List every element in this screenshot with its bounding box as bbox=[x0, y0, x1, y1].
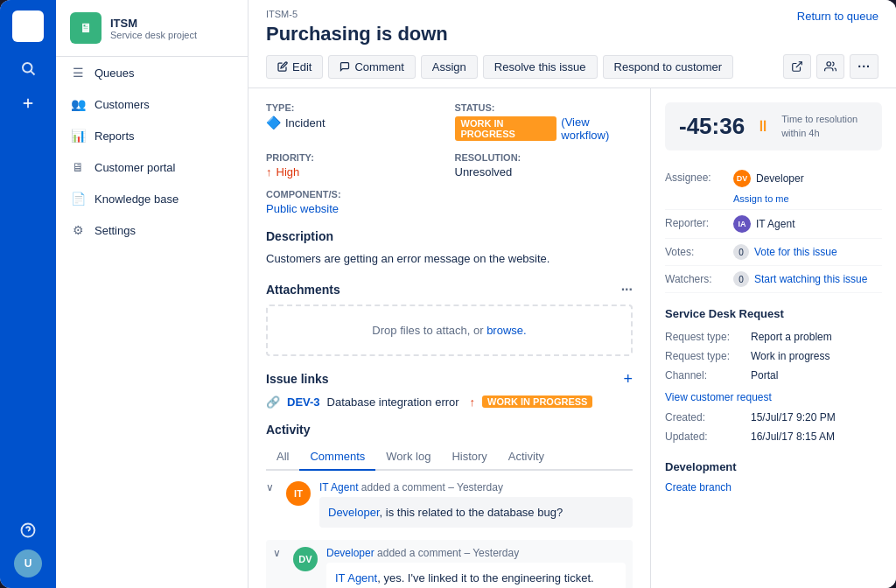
browse-link[interactable]: browse. bbox=[486, 324, 527, 337]
description-text: Customers are getting an error message o… bbox=[266, 250, 633, 268]
app-logo[interactable] bbox=[12, 10, 44, 42]
sidebar: U bbox=[0, 0, 56, 588]
attachments-dropzone[interactable]: Drop files to attach, or browse. bbox=[266, 304, 633, 356]
sidebar-item-portal[interactable]: 🖥 Customer portal bbox=[56, 151, 248, 183]
tab-comments[interactable]: Comments bbox=[299, 444, 375, 471]
vote-link[interactable]: Vote for this issue bbox=[754, 246, 837, 258]
tab-worklog[interactable]: Work log bbox=[375, 444, 441, 471]
linked-issue-label: Database integration error bbox=[327, 396, 459, 409]
add-icon[interactable] bbox=[12, 88, 44, 119]
description-title: Description bbox=[266, 229, 633, 243]
tab-all[interactable]: All bbox=[266, 444, 299, 471]
sidebar-item-label: Reports bbox=[94, 130, 135, 143]
comment-avatar-1: IT bbox=[286, 481, 311, 506]
breadcrumb: ITSM-5 bbox=[266, 9, 298, 19]
sdr-row-1: Request type: Work in progress bbox=[665, 346, 882, 366]
watch-link[interactable]: Start watching this issue bbox=[754, 273, 867, 285]
linked-issue-id[interactable]: DEV-3 bbox=[287, 396, 320, 409]
view-customer-request-link[interactable]: View customer request bbox=[665, 391, 772, 403]
view-workflow-link[interactable]: (View workflow) bbox=[561, 116, 633, 142]
development-title: Development bbox=[665, 460, 882, 473]
timer-label: Time to resolutionwithin 4h bbox=[781, 113, 858, 140]
issue-sidebar: -45:36 ⏸ Time to resolutionwithin 4h Ass… bbox=[651, 88, 896, 588]
type-field: Type: 🔷 Incident bbox=[266, 102, 444, 142]
search-icon[interactable] bbox=[12, 52, 44, 84]
comment-author-2[interactable]: Developer bbox=[326, 547, 374, 559]
tab-history[interactable]: History bbox=[441, 444, 497, 471]
type-icon: 🔷 bbox=[266, 116, 281, 130]
add-link-icon[interactable]: + bbox=[623, 370, 633, 388]
resolution-field: Resolution: Unresolved bbox=[455, 152, 634, 178]
comment-item-2: ∨ DV Developer added a comment – Yesterd… bbox=[266, 540, 633, 588]
priority-value: High bbox=[276, 165, 300, 178]
watchers-count: 0 bbox=[733, 271, 749, 287]
comment-item: ∨ IT IT Agent added a comment – Yesterda… bbox=[266, 481, 633, 528]
assign-button[interactable]: Assign bbox=[421, 55, 478, 79]
mention-agent[interactable]: IT Agent bbox=[335, 571, 377, 584]
timer-pause-button[interactable]: ⏸ bbox=[755, 117, 771, 136]
comment-collapse-1[interactable]: ∨ bbox=[266, 481, 274, 528]
sdr-title: Service Desk Request bbox=[665, 307, 882, 320]
sidebar-item-reports[interactable]: 📊 Reports bbox=[56, 120, 248, 151]
share-button[interactable] bbox=[783, 54, 811, 79]
assignee-label: Assignee: bbox=[665, 170, 726, 184]
edit-button[interactable]: Edit bbox=[266, 55, 323, 79]
toolbar-actions: ··· bbox=[783, 54, 878, 79]
timer-section: -45:36 ⏸ Time to resolutionwithin 4h bbox=[665, 102, 882, 150]
votes-row: Votes: 0 Vote for this issue bbox=[665, 239, 882, 266]
field-grid: Type: 🔷 Incident Status: WORK IN PROGRES… bbox=[266, 102, 633, 215]
components-link[interactable]: Public website bbox=[266, 202, 339, 215]
nav-panel: 🖥 ITSM Service desk project ☰ Queues 👥 C… bbox=[56, 0, 248, 588]
sidebar-item-knowledge[interactable]: 📄 Knowledge base bbox=[56, 183, 248, 214]
return-to-queue-link[interactable]: Return to queue bbox=[797, 10, 878, 23]
components-field: Component/s: Public website bbox=[266, 189, 444, 215]
create-branch-link[interactable]: Create branch bbox=[665, 481, 732, 494]
watchers-label: Watchers: bbox=[665, 271, 726, 285]
issue-content: Type: 🔷 Incident Status: WORK IN PROGRES… bbox=[248, 88, 651, 588]
assignee-avatar: DV bbox=[733, 170, 751, 187]
main-content: ITSM-5 Return to queue Purchasing is dow… bbox=[248, 0, 896, 588]
comment-header-1: IT Agent added a comment – Yesterday bbox=[319, 481, 633, 494]
attachments-more-icon[interactable]: ··· bbox=[621, 282, 633, 298]
reporter-label: Reporter: bbox=[665, 215, 726, 229]
resolution-value: Unresolved bbox=[455, 165, 513, 178]
meta-section: Assignee: DV Developer Assign to me Repo… bbox=[665, 164, 882, 293]
status-badge: WORK IN PROGRESS bbox=[455, 116, 557, 141]
comment-text-2: IT Agent, yes. I've linked it to the eng… bbox=[326, 563, 626, 588]
resolve-button[interactable]: Resolve this issue bbox=[483, 55, 598, 79]
sdr-section: Service Desk Request Request type: Repor… bbox=[665, 307, 882, 446]
comment-collapse-2[interactable]: ∨ bbox=[273, 547, 281, 588]
attachments-title: Attachments bbox=[266, 283, 340, 297]
comment-button[interactable]: Comment bbox=[328, 55, 415, 79]
development-section: Development Create branch bbox=[665, 460, 882, 494]
feedback-button[interactable] bbox=[816, 54, 844, 79]
svg-line-1 bbox=[31, 71, 34, 74]
sidebar-item-label: Settings bbox=[94, 224, 136, 237]
comment-author-1[interactable]: IT Agent bbox=[319, 481, 358, 494]
comment-avatar-2: DV bbox=[293, 547, 318, 571]
help-icon[interactable] bbox=[12, 514, 44, 546]
user-avatar[interactable]: U bbox=[14, 550, 42, 578]
respond-button[interactable]: Respond to customer bbox=[603, 55, 734, 79]
assign-me-link[interactable]: Assign to me bbox=[733, 193, 864, 204]
svg-line-6 bbox=[796, 62, 802, 67]
sidebar-item-queues[interactable]: ☰ Queues bbox=[56, 57, 248, 88]
sidebar-item-customers[interactable]: 👥 Customers bbox=[56, 88, 248, 120]
more-button[interactable]: ··· bbox=[850, 54, 878, 79]
mention-developer[interactable]: Developer bbox=[328, 506, 380, 519]
created-row: Created: 15/Jul/17 9:20 PM bbox=[665, 408, 882, 427]
customers-icon: 👥 bbox=[70, 96, 86, 112]
knowledge-icon: 📄 bbox=[70, 191, 86, 206]
tab-activity[interactable]: Activity bbox=[498, 444, 555, 471]
updated-row: Updated: 16/Jul/17 8:15 AM bbox=[665, 427, 882, 446]
sidebar-item-settings[interactable]: ⚙ Settings bbox=[56, 214, 248, 246]
timer-value: -45:36 bbox=[679, 113, 745, 140]
project-subtitle: Service desk project bbox=[110, 30, 197, 40]
status-field: Status: WORK IN PROGRESS (View workflow) bbox=[455, 102, 634, 142]
portal-icon: 🖥 bbox=[70, 159, 86, 175]
main-body: Type: 🔷 Incident Status: WORK IN PROGRES… bbox=[248, 88, 896, 588]
comment-header-2: Developer added a comment – Yesterday bbox=[326, 547, 626, 559]
reports-icon: 📊 bbox=[70, 128, 86, 144]
queues-icon: ☰ bbox=[70, 65, 86, 80]
issue-links-title: Issue links bbox=[266, 372, 329, 386]
